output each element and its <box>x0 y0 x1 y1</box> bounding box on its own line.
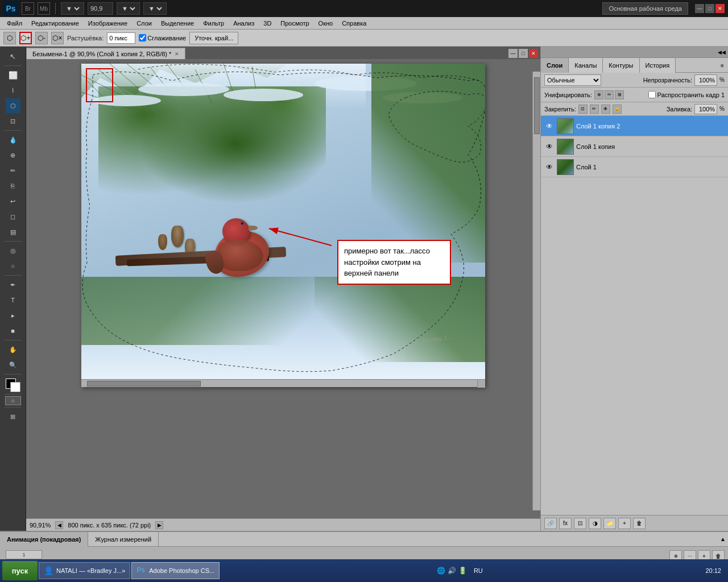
smooth-checkbox[interactable] <box>139 34 146 41</box>
menu-layers[interactable]: Слои <box>132 17 156 30</box>
refine-edge-button[interactable]: Уточн. край... <box>189 32 238 44</box>
bottom-panel-collapse[interactable]: ▲ <box>720 536 728 542</box>
tab-restore-btn[interactable]: □ <box>519 49 528 58</box>
lock-all-btn[interactable]: 🔒 <box>613 105 622 114</box>
zoom-group[interactable] <box>88 2 113 15</box>
opacity-input[interactable] <box>694 74 717 86</box>
layer-visibility-0[interactable]: 👁 <box>544 121 555 131</box>
tab-animation[interactable]: Анимация (покадровая) <box>0 532 88 547</box>
layer-mask-btn[interactable]: ⊡ <box>574 518 586 529</box>
vertical-scrollbar[interactable] <box>532 72 540 510</box>
path-selection-tool[interactable]: ▸ <box>6 308 20 323</box>
menu-edit[interactable]: Редактирование <box>27 17 84 30</box>
menu-image[interactable]: Изображение <box>84 17 132 30</box>
adjustment-layer-btn[interactable]: ◑ <box>589 518 601 529</box>
lasso-tool[interactable]: ⌇ <box>6 83 20 98</box>
mode-dropdown[interactable]: ▼ <box>64 5 81 13</box>
language-indicator[interactable]: RU <box>470 567 486 574</box>
layer-styles-btn[interactable]: fx <box>559 518 572 529</box>
screen-dropdown[interactable]: ▼ <box>146 5 164 13</box>
h-scroll-thumb[interactable] <box>87 381 201 386</box>
move-tool[interactable]: ↖ <box>6 49 20 64</box>
delete-layer-btn[interactable]: 🗑 <box>633 518 646 529</box>
view-dropdown[interactable]: ▼ <box>119 5 137 13</box>
minimize-btn[interactable]: — <box>695 4 704 13</box>
unify-icon-2[interactable]: ✏ <box>605 90 614 99</box>
tab-layers[interactable]: Слои <box>541 58 569 73</box>
lock-transparent-btn[interactable]: ⊡ <box>578 105 588 114</box>
distribute-option[interactable]: Распространить кадр 1 <box>648 91 725 98</box>
tab-measurements[interactable]: Журнал измерений <box>88 532 159 547</box>
type-tool[interactable]: T <box>6 293 20 307</box>
start-button[interactable]: пуск <box>2 561 38 580</box>
tab-close-btn[interactable]: ✕ <box>529 49 538 58</box>
layer-item-2[interactable]: 👁 Слой 1 <box>541 157 728 177</box>
layer-item-0[interactable]: 👁 Слой 1 копия 2 <box>541 116 728 136</box>
layer-visibility-1[interactable]: 👁 <box>544 142 555 152</box>
lasso-subtract-selection[interactable]: ⬡- <box>35 32 48 44</box>
link-layers-btn[interactable]: 🔗 <box>544 518 557 529</box>
smooth-option[interactable]: Сглаживание <box>139 34 186 41</box>
canvas-image[interactable]: Bradley J... примерно вот так...лассо на… <box>81 64 485 379</box>
canvas-content[interactable]: Bradley J... примерно вот так...лассо на… <box>26 59 540 518</box>
pen-tool[interactable]: ✒ <box>6 277 20 292</box>
menu-view[interactable]: Просмотр <box>276 17 313 30</box>
clone-stamp-tool[interactable]: ⎘ <box>6 178 20 193</box>
tray-volume-icon[interactable]: 🔊 <box>448 567 456 575</box>
shape-tool[interactable]: ■ <box>6 323 20 338</box>
menu-window[interactable]: Окно <box>314 17 338 30</box>
layer-visibility-2[interactable]: 👁 <box>544 162 555 172</box>
nav-left-arrow[interactable]: ◀ <box>55 521 63 529</box>
close-btn[interactable]: ✕ <box>715 4 725 13</box>
unify-icon-1[interactable]: ⊕ <box>594 90 603 99</box>
eyedropper-tool[interactable]: 💧 <box>6 132 20 147</box>
spot-healing-tool[interactable]: ⊕ <box>6 148 20 163</box>
tab-history[interactable]: История <box>640 58 676 73</box>
lasso-new-selection[interactable]: ⬡ <box>3 32 16 44</box>
blur-tool[interactable]: ◎ <box>6 243 20 258</box>
rectangular-marquee-tool[interactable]: ⬜ <box>6 68 20 82</box>
lock-move-btn[interactable]: ✙ <box>601 105 610 114</box>
crop-tool[interactable]: ⊡ <box>6 114 20 128</box>
history-brush-tool[interactable]: ↩ <box>6 194 20 209</box>
v-scroll-thumb[interactable] <box>534 77 540 134</box>
lock-paint-btn[interactable]: ✏ <box>590 105 599 114</box>
horizontal-scrollbar[interactable] <box>81 379 485 387</box>
canvas-tab-main[interactable]: Безымени-1 @ 90,9% (Слой 1 копия 2, RGB/… <box>26 48 185 59</box>
nav-right-arrow[interactable]: ▶ <box>155 521 163 529</box>
group-layer-btn[interactable]: 📁 <box>603 518 616 529</box>
menu-analysis[interactable]: Анализ <box>229 17 259 30</box>
screen-group[interactable]: ▼ <box>143 2 167 15</box>
background-color[interactable] <box>10 382 20 392</box>
hand-tool[interactable]: ✋ <box>6 342 20 357</box>
dodge-tool[interactable]: ○ <box>6 259 20 273</box>
feather-input[interactable] <box>107 32 135 44</box>
color-swatch[interactable] <box>6 379 20 392</box>
menu-filter[interactable]: Фильтр <box>198 17 229 30</box>
taskbar-item-natali[interactable]: 👤 NATALI — «Bradley J...» <box>39 562 130 579</box>
menu-select[interactable]: Выделение <box>156 17 198 30</box>
view-group[interactable]: ▼ <box>117 2 140 15</box>
menu-file[interactable]: Файл <box>2 17 27 30</box>
distribute-checkbox[interactable] <box>648 91 656 98</box>
blend-mode-select[interactable]: Обычные <box>544 74 601 86</box>
brush-tool[interactable]: ✏ <box>6 163 20 178</box>
tab-paths[interactable]: Контуры <box>603 58 639 73</box>
taskbar-item-photoshop[interactable]: Ps Adobe Photoshop CS... <box>131 562 220 579</box>
quick-select-tool[interactable]: ⬡ <box>6 98 20 113</box>
new-layer-btn[interactable]: + <box>618 518 631 529</box>
workspace-button[interactable]: Основная рабочая среда <box>602 2 688 15</box>
panel-collapse-btn[interactable]: ◀◀ <box>718 49 726 55</box>
tab-channels[interactable]: Каналы <box>569 58 603 73</box>
zoom-tool[interactable]: 🔍 <box>6 357 20 372</box>
tab-minimize-btn[interactable]: — <box>508 49 518 58</box>
menu-help[interactable]: Справка <box>337 17 371 30</box>
quick-mask-btn[interactable]: ○ <box>5 396 21 405</box>
panel-menu-btn[interactable]: ≡ <box>717 58 728 73</box>
fill-input[interactable] <box>694 104 717 114</box>
menu-3d[interactable]: 3D <box>259 17 276 30</box>
canvas-tab-close[interactable]: ✕ <box>175 51 179 57</box>
restore-btn[interactable]: □ <box>705 4 714 13</box>
zoom-input[interactable] <box>90 5 110 12</box>
lasso-intersect-selection[interactable]: ⬡× <box>51 32 64 44</box>
